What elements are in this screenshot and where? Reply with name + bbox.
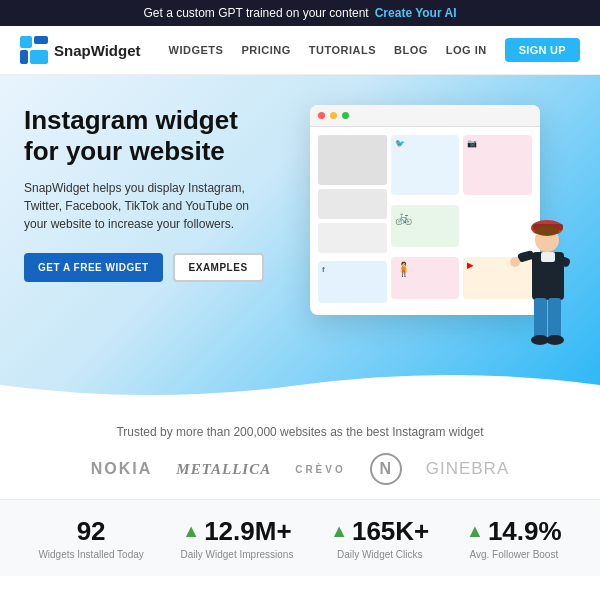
stat-number-widgets: 92 bbox=[38, 516, 143, 547]
logo[interactable]: SnapWidget bbox=[20, 36, 141, 64]
stat-clicks: ▲165K+ Daily Widget Clicks bbox=[330, 516, 429, 560]
browser-toolbar bbox=[310, 105, 540, 127]
svg-rect-2 bbox=[20, 50, 28, 64]
person-card: 🧍 bbox=[391, 257, 460, 299]
browser-mockup: 🐦 📷 🚲 f 🧍 ▶ bbox=[310, 105, 540, 315]
dot-red bbox=[318, 112, 325, 119]
twitter-card: 🐦 bbox=[391, 135, 460, 195]
logo-icon bbox=[20, 36, 48, 64]
nav-tutorials[interactable]: TUTORIALS bbox=[309, 44, 376, 56]
crevo-logo: CRÈVO bbox=[295, 464, 346, 475]
svg-point-16 bbox=[546, 335, 564, 345]
stat-label-clicks: Daily Widget Clicks bbox=[330, 549, 429, 560]
instagram-card: 📷 bbox=[463, 135, 532, 195]
svg-rect-3 bbox=[30, 50, 48, 64]
svg-rect-1 bbox=[34, 36, 48, 44]
svg-rect-0 bbox=[20, 36, 32, 48]
stat-number-boost: ▲14.9% bbox=[466, 516, 562, 547]
ginebra-logo: ginebra bbox=[426, 459, 510, 479]
logo-text: SnapWidget bbox=[54, 42, 141, 59]
stat-widgets-installed: 92 Widgets Installed Today bbox=[38, 516, 143, 560]
facebook-card: f bbox=[318, 261, 387, 303]
stat-number-clicks: ▲165K+ bbox=[330, 516, 429, 547]
navbar: SnapWidget WIDGETS PRICING TUTORIALS BLO… bbox=[0, 26, 600, 75]
trusted-text: Trusted by more than 200,000 websites as… bbox=[20, 425, 580, 439]
top-bar-cta[interactable]: Create Your AI bbox=[375, 6, 457, 20]
nav-widgets[interactable]: WIDGETS bbox=[169, 44, 224, 56]
arrow-up-clicks: ▲ bbox=[330, 521, 348, 542]
stat-label-widgets: Widgets Installed Today bbox=[38, 549, 143, 560]
bike-card: 🚲 bbox=[391, 205, 460, 247]
n-logo: N bbox=[370, 453, 402, 485]
metallica-logo: Metallica bbox=[176, 461, 271, 478]
trusted-section: Trusted by more than 200,000 websites as… bbox=[0, 405, 600, 499]
stat-impressions: ▲12.9M+ Daily Widget Impressions bbox=[181, 516, 294, 560]
get-widget-button[interactable]: GET A FREE WIDGET bbox=[24, 253, 163, 282]
stats-section: 92 Widgets Installed Today ▲12.9M+ Daily… bbox=[0, 499, 600, 576]
stat-label-boost: Avg. Follower Boost bbox=[466, 549, 562, 560]
arrow-up-impressions: ▲ bbox=[182, 521, 200, 542]
nav-links: WIDGETS PRICING TUTORIALS BLOG LOG IN SI… bbox=[169, 38, 580, 62]
nav-blog[interactable]: BLOG bbox=[394, 44, 428, 56]
hero-description: SnapWidget helps you display Instagram, … bbox=[24, 179, 264, 233]
signup-button[interactable]: SIGN UP bbox=[505, 38, 580, 62]
hero-wave bbox=[0, 365, 600, 405]
dot-green bbox=[342, 112, 349, 119]
svg-point-7 bbox=[535, 226, 559, 236]
brand-logos: NOKIA Metallica CRÈVO N ginebra bbox=[20, 453, 580, 485]
examples-button[interactable]: EXAMPLES bbox=[173, 253, 264, 282]
dot-yellow bbox=[330, 112, 337, 119]
login-button[interactable]: LOG IN bbox=[446, 44, 487, 56]
hero-buttons: GET A FREE WIDGET EXAMPLES bbox=[24, 253, 264, 282]
arrow-up-boost: ▲ bbox=[466, 521, 484, 542]
svg-rect-12 bbox=[541, 252, 555, 262]
svg-rect-14 bbox=[548, 298, 561, 338]
stat-label-impressions: Daily Widget Impressions bbox=[181, 549, 294, 560]
top-bar: Get a custom GPT trained on your content… bbox=[0, 0, 600, 26]
nokia-logo: NOKIA bbox=[91, 460, 153, 478]
stat-number-impressions: ▲12.9M+ bbox=[181, 516, 294, 547]
hero-content: Instagram widget for your website SnapWi… bbox=[24, 105, 264, 282]
hero-section: Instagram widget for your website SnapWi… bbox=[0, 75, 600, 405]
stat-follower-boost: ▲14.9% Avg. Follower Boost bbox=[466, 516, 562, 560]
hero-heading: Instagram widget for your website bbox=[24, 105, 264, 167]
svg-rect-13 bbox=[534, 298, 547, 338]
nav-pricing[interactable]: PRICING bbox=[241, 44, 290, 56]
browser-body: 🐦 📷 🚲 f 🧍 ▶ bbox=[310, 127, 540, 311]
svg-point-11 bbox=[510, 257, 520, 267]
top-bar-message: Get a custom GPT trained on your content bbox=[143, 6, 368, 20]
character-figure bbox=[507, 210, 582, 365]
